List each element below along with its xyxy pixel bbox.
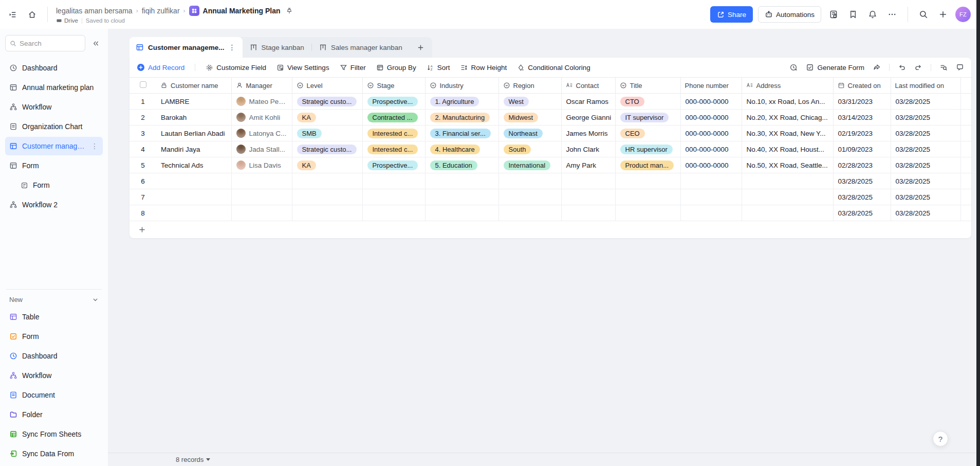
sidebar-subitem-form[interactable]: Form: [5, 176, 103, 194]
cell-customer-name[interactable]: [156, 205, 231, 221]
cell-customer-name[interactable]: LAMBRE: [156, 94, 231, 110]
cell-customer-name[interactable]: [156, 173, 231, 189]
cell-last-modified-on[interactable]: 03/28/2025: [891, 189, 960, 205]
cell-level[interactable]: [292, 189, 362, 205]
select-all-cell[interactable]: [130, 78, 156, 94]
create-new-button[interactable]: [936, 7, 950, 22]
cell-manager[interactable]: [231, 205, 292, 221]
cell-title[interactable]: CEO: [615, 126, 680, 141]
view-settings-button[interactable]: View Settings: [276, 64, 329, 71]
sidebar-item-workflow-2[interactable]: Workflow 2: [5, 195, 103, 214]
new-folder-button[interactable]: Folder: [5, 405, 103, 424]
cell-level[interactable]: Strategic custo...: [292, 141, 362, 157]
cell-customer-name[interactable]: Technical Ads: [156, 157, 231, 173]
column-header-industry[interactable]: Industry: [425, 78, 498, 94]
cell-address[interactable]: No.10, xx Road, Los An...: [742, 94, 833, 110]
sidebar-item-dashboard[interactable]: Dashboard: [5, 59, 103, 77]
tab-customer-management[interactable]: Customer manageme... ⋮: [130, 37, 243, 58]
new-sync-data-button[interactable]: Sync Data From: [5, 444, 103, 463]
cell-region[interactable]: West: [498, 94, 561, 110]
cell-industry[interactable]: 2. Manufacturing: [425, 110, 498, 126]
cell-stage[interactable]: Interested c...: [362, 141, 425, 157]
cell-address[interactable]: [742, 205, 833, 221]
new-section-header[interactable]: New: [5, 294, 103, 307]
cell-contact[interactable]: [561, 205, 615, 221]
cell-address[interactable]: [742, 173, 833, 189]
cell-created-on[interactable]: 03/14/2023: [833, 110, 891, 126]
cell-level[interactable]: [292, 173, 362, 189]
row-number[interactable]: 7: [130, 189, 156, 205]
cell-manager[interactable]: Jada Stall...: [231, 141, 292, 157]
cell-phone[interactable]: [680, 205, 742, 221]
cell-stage[interactable]: Interested c...: [362, 126, 425, 141]
cell-created-on[interactable]: 03/28/2025: [833, 205, 891, 221]
row-number[interactable]: 4: [130, 141, 156, 157]
cell-level[interactable]: KA: [292, 157, 362, 173]
cell-industry[interactable]: 1. Agriculture: [425, 94, 498, 110]
new-form-button[interactable]: Form: [5, 327, 103, 346]
new-dashboard-button[interactable]: Dashboard: [5, 347, 103, 365]
cell-contact[interactable]: Amy Park: [561, 157, 615, 173]
cell-level[interactable]: SMB: [292, 126, 362, 141]
sidebar-item-customer-management[interactable]: Customer management ⋮: [5, 137, 103, 155]
base-permissions-button[interactable]: [826, 7, 841, 22]
sidebar-item-organization-chart[interactable]: Organization Chart: [5, 117, 103, 136]
cell-contact[interactable]: [561, 173, 615, 189]
cell-created-on[interactable]: 02/19/2023: [833, 126, 891, 141]
cell-stage[interactable]: Contracted ...: [362, 110, 425, 126]
cell-last-modified-on[interactable]: 03/28/2025: [891, 157, 960, 173]
share-view-button[interactable]: [873, 63, 881, 71]
column-header-customer-name[interactable]: Customer name: [156, 78, 231, 94]
undo-button[interactable]: [898, 63, 906, 71]
automation-history-button[interactable]: [789, 63, 798, 71]
column-header-stage[interactable]: Stage: [362, 78, 425, 94]
row-number[interactable]: 5: [130, 157, 156, 173]
column-header-last-modified-on[interactable]: Last modified on: [891, 78, 960, 94]
tab-sales-manager-kanban[interactable]: Sales manager kanban: [312, 37, 410, 58]
global-search-button[interactable]: [916, 7, 931, 22]
cell-title[interactable]: [615, 205, 680, 221]
cell-manager[interactable]: Mateo Perez: [231, 94, 292, 110]
sidebar-toggle-button[interactable]: [5, 7, 20, 22]
new-table-button[interactable]: Table: [5, 308, 103, 326]
item-more-icon[interactable]: ⋮: [91, 142, 99, 150]
home-button[interactable]: [25, 7, 39, 22]
cell-title[interactable]: CTO: [615, 94, 680, 110]
cell-region[interactable]: International: [498, 157, 561, 173]
cell-customer-name[interactable]: Mandiri Jaya: [156, 141, 231, 157]
add-view-button[interactable]: [410, 37, 432, 58]
cell-phone[interactable]: 000-000-0000: [680, 126, 742, 141]
column-header-contact[interactable]: Contact: [561, 78, 615, 94]
generate-form-button[interactable]: Generate Form: [806, 63, 864, 71]
cell-created-on[interactable]: 03/28/2025: [833, 173, 891, 189]
record-count[interactable]: 8 records: [176, 456, 204, 463]
row-height-button[interactable]: Row Height: [460, 64, 507, 71]
cell-address[interactable]: No.40, XX Road, Houst...: [742, 141, 833, 157]
group-by-button[interactable]: Group By: [376, 64, 416, 71]
cell-stage[interactable]: [362, 189, 425, 205]
cell-last-modified-on[interactable]: 03/28/2025: [891, 173, 960, 189]
cell-manager[interactable]: Amit Kohli: [231, 110, 292, 126]
favorites-button[interactable]: [846, 7, 860, 22]
cell-customer-name[interactable]: Barokah: [156, 110, 231, 126]
sidebar-search[interactable]: [5, 35, 85, 51]
column-header-region[interactable]: Region: [498, 78, 561, 94]
cell-phone[interactable]: 000-000-0000: [680, 157, 742, 173]
cell-last-modified-on[interactable]: 03/28/2025: [891, 141, 960, 157]
row-number[interactable]: 2: [130, 110, 156, 126]
tab-more-icon[interactable]: ⋮: [229, 43, 236, 51]
drive-location[interactable]: Drive: [56, 17, 78, 24]
cell-region[interactable]: [498, 205, 561, 221]
cell-stage[interactable]: [362, 205, 425, 221]
column-header-level[interactable]: Level: [292, 78, 362, 94]
column-header-manager[interactable]: Manager: [231, 78, 292, 94]
new-document-button[interactable]: Document: [5, 386, 103, 404]
cell-customer-name[interactable]: Lautan Berlian Abadi: [156, 126, 231, 141]
cell-level[interactable]: [292, 205, 362, 221]
pin-button[interactable]: [284, 5, 295, 16]
filter-button[interactable]: Filter: [340, 64, 366, 71]
cell-created-on[interactable]: 01/09/2023: [833, 141, 891, 157]
cell-contact[interactable]: [561, 189, 615, 205]
row-number[interactable]: 8: [130, 205, 156, 221]
cell-phone[interactable]: [680, 189, 742, 205]
